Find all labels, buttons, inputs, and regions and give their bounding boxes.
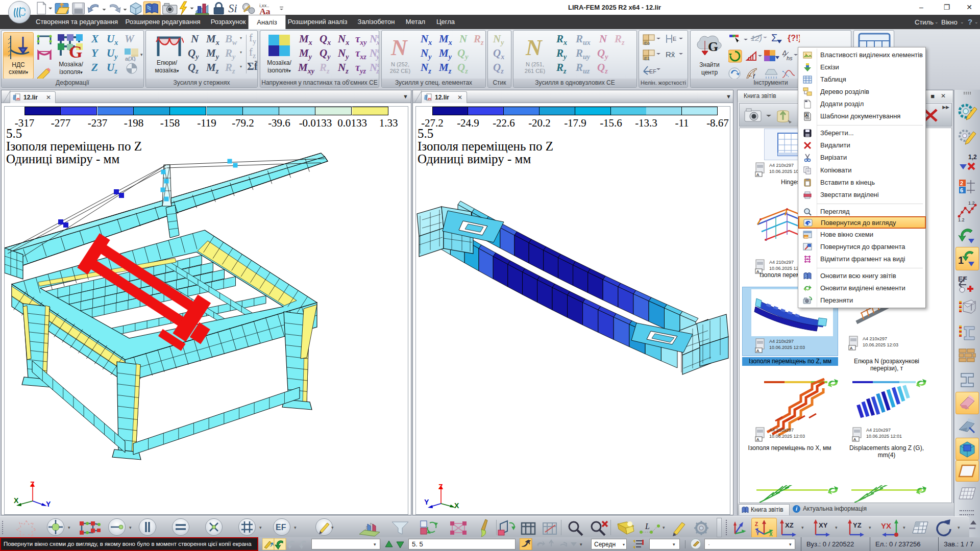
svg-text:Σ: Σ — [771, 33, 777, 43]
svg-text:new: new — [804, 236, 809, 239]
svg-text:A: A — [756, 437, 760, 442]
svg-text:A: A — [756, 348, 760, 353]
svg-text:A: A — [850, 346, 853, 350]
svg-text:G: G — [69, 42, 82, 60]
svg-text:{?!}: {?!} — [788, 34, 800, 42]
svg-text:1.2: 1.2 — [958, 217, 965, 221]
svg-text:Y: Y — [424, 498, 429, 506]
svg-text:Y: Y — [46, 500, 51, 507]
svg-text:1.2: 1.2 — [968, 201, 975, 206]
svg-text:6: 6 — [960, 187, 963, 193]
svg-text:A: A — [805, 113, 808, 117]
svg-text:Z: Z — [755, 521, 758, 527]
svg-text:E1: E1 — [644, 56, 650, 61]
svg-text:Z: Z — [30, 481, 35, 488]
svg-text:Z: Z — [438, 483, 443, 491]
svg-text:L: L — [645, 522, 650, 531]
svg-text:X: X — [769, 532, 773, 537]
svg-text:Δ: Δ — [782, 49, 787, 57]
svg-text:Si: Si — [228, 2, 237, 15]
svg-text:X: X — [14, 496, 19, 505]
svg-text:Y: Y — [756, 531, 760, 536]
svg-text:E: E — [673, 36, 676, 42]
svg-text:YX: YX — [881, 521, 891, 530]
svg-text:a(X): a(X) — [125, 56, 136, 61]
svg-text:Eo: Eo — [644, 41, 650, 46]
svg-text:25: 25 — [428, 97, 431, 101]
svg-text:XZ: XZ — [785, 521, 794, 529]
svg-text:XY: XY — [819, 521, 828, 529]
svg-text:25: 25 — [16, 97, 20, 101]
svg-text:Rx̄: Rx̄ — [666, 50, 675, 59]
svg-text:1,2: 1,2 — [968, 154, 977, 161]
svg-text:G: G — [708, 39, 718, 54]
svg-text:A: A — [756, 172, 760, 177]
svg-text:hs: hs — [787, 55, 793, 61]
svg-text:2: 2 — [960, 180, 963, 186]
svg-text:EF: EF — [276, 523, 286, 532]
svg-text:YZ: YZ — [853, 521, 862, 529]
svg-text:X: X — [454, 502, 459, 510]
svg-text:EF: EF — [958, 275, 967, 283]
svg-text:Aa: Aa — [259, 6, 271, 15]
svg-text:A: A — [853, 437, 856, 442]
svg-text:EF: EF — [649, 68, 656, 74]
